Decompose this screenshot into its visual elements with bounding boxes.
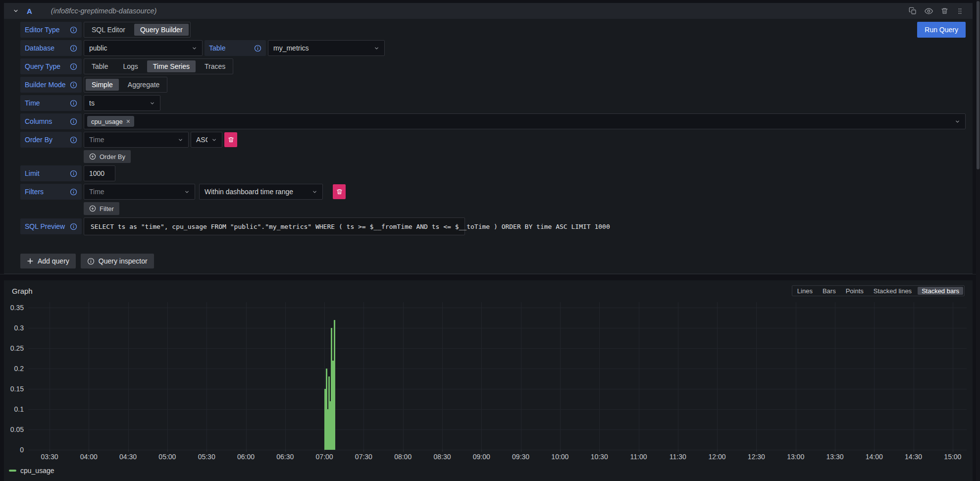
info-icon[interactable] xyxy=(70,223,77,230)
field-label-filters: Filters xyxy=(20,184,82,200)
option-bars[interactable]: Bars xyxy=(819,287,840,295)
x-axis-label: 09:30 xyxy=(505,453,537,461)
button-label: Filter xyxy=(100,205,114,213)
field-label-columns: Columns xyxy=(20,113,82,129)
x-gridline xyxy=(363,302,364,450)
query-ref-id: A xyxy=(27,7,32,15)
info-icon[interactable] xyxy=(70,170,77,177)
x-gridline xyxy=(246,302,247,450)
y-gridline xyxy=(28,450,967,450)
option-logs[interactable]: Logs xyxy=(117,60,144,72)
selected-value: ASC xyxy=(196,136,207,144)
x-axis-label: 12:30 xyxy=(740,453,772,461)
chevron-down-icon xyxy=(178,137,183,143)
duplicate-query-button[interactable] xyxy=(909,7,917,15)
remove-order-by-button[interactable] xyxy=(224,132,237,147)
graph-panel-title: Graph xyxy=(12,287,33,295)
x-axis-tick xyxy=(246,450,247,452)
info-icon[interactable] xyxy=(254,45,261,52)
label-text: SQL Preview xyxy=(25,222,65,230)
scrollbar-thumb[interactable] xyxy=(977,1,980,169)
x-axis-label: 13:00 xyxy=(780,453,812,461)
graph-legend[interactable]: cpu_usage xyxy=(9,467,54,475)
x-axis-label: 07:00 xyxy=(309,453,340,461)
query-inspector-button[interactable]: Query inspector xyxy=(81,254,154,268)
info-icon[interactable] xyxy=(70,100,77,107)
info-icon[interactable] xyxy=(70,188,77,196)
order-by-column-select[interactable]: Time xyxy=(84,132,189,148)
field-label-builder-mode: Builder Mode xyxy=(20,77,82,93)
x-axis-tick xyxy=(874,450,875,452)
info-icon[interactable] xyxy=(70,45,77,52)
x-gridline xyxy=(206,302,207,450)
eye-icon xyxy=(925,7,933,15)
query-row-header[interactable]: A (info8fcc-greptimedb-datasource) xyxy=(4,3,973,19)
option-stacked-lines[interactable]: Stacked lines xyxy=(870,287,916,295)
x-axis-tick xyxy=(363,450,364,452)
button-label: Query inspector xyxy=(99,257,148,265)
time-column-select[interactable]: ts xyxy=(84,95,160,111)
x-gridline xyxy=(835,302,835,450)
add-filter-button[interactable]: Filter xyxy=(84,202,119,215)
order-by-direction-select[interactable]: ASC xyxy=(191,132,222,148)
option-simple[interactable]: Simple xyxy=(86,79,119,91)
sql-preview-box: SELECT ts as "time", cpu_usage FROM "pub… xyxy=(84,217,465,235)
x-axis-label: 12:00 xyxy=(701,453,733,461)
option-stacked-bars[interactable]: Stacked bars xyxy=(918,287,963,295)
x-axis-tick xyxy=(560,450,561,452)
x-gridline xyxy=(953,302,953,450)
query-type-row: Query Type TableLogsTime SeriesTraces xyxy=(20,58,966,74)
x-gridline xyxy=(89,302,89,450)
x-axis-label: 08:00 xyxy=(387,453,419,461)
chevron-down-icon xyxy=(955,119,960,124)
add-order-by-button[interactable]: Order By xyxy=(84,150,131,163)
option-table[interactable]: Table xyxy=(86,60,114,72)
hide-response-button[interactable] xyxy=(925,7,933,15)
button-label: Add query xyxy=(38,257,69,265)
page-scrollbar[interactable] xyxy=(976,0,980,481)
chart-plot-area: 0.350.30.250.20.150.10.05003:3004:0004:3… xyxy=(28,302,967,450)
chip-label: cpu_usage xyxy=(91,118,123,125)
selected-value: ts xyxy=(89,99,146,107)
y-gridline xyxy=(28,308,967,308)
selected-value: public xyxy=(89,44,188,52)
table-select[interactable]: my_metrics xyxy=(268,40,385,56)
x-gridline xyxy=(560,302,561,450)
database-select[interactable]: public xyxy=(84,40,203,56)
limit-input[interactable] xyxy=(84,165,115,181)
query-type-group: TableLogsTime SeriesTraces xyxy=(84,58,233,74)
option-query-builder[interactable]: Query Builder xyxy=(134,24,189,36)
remove-filter-button[interactable] xyxy=(333,184,346,199)
option-traces[interactable]: Traces xyxy=(199,60,231,72)
info-icon[interactable] xyxy=(70,63,77,70)
circle-plus-icon xyxy=(89,153,96,160)
x-axis-tick xyxy=(678,450,678,452)
remove-column-icon[interactable]: × xyxy=(126,118,130,125)
filter-column-select[interactable]: Time xyxy=(84,184,195,200)
add-query-button[interactable]: Add query xyxy=(20,254,76,268)
info-icon[interactable] xyxy=(70,118,77,125)
x-gridline xyxy=(128,302,129,450)
filter-operator-select[interactable]: Within dashboard time range xyxy=(199,184,323,200)
x-axis-tick xyxy=(206,450,207,452)
option-sql-editor[interactable]: SQL Editor xyxy=(86,24,131,36)
y-axis-label: 0.3 xyxy=(0,324,24,332)
chevron-down-icon[interactable] xyxy=(13,8,19,14)
drag-handle[interactable] xyxy=(956,7,964,15)
query-header-actions xyxy=(909,7,964,15)
info-icon[interactable] xyxy=(70,26,77,34)
y-axis-label: 0.05 xyxy=(0,426,24,433)
option-aggregate[interactable]: Aggregate xyxy=(122,79,166,91)
x-axis-tick xyxy=(953,450,953,452)
columns-select[interactable]: cpu_usage × xyxy=(84,113,966,129)
option-time-series[interactable]: Time Series xyxy=(147,60,196,72)
info-icon[interactable] xyxy=(70,81,77,89)
option-points[interactable]: Points xyxy=(842,287,868,295)
column-chip[interactable]: cpu_usage × xyxy=(87,116,134,127)
option-lines[interactable]: Lines xyxy=(793,287,817,295)
delete-query-button[interactable] xyxy=(941,7,948,15)
field-label-database: Database xyxy=(20,40,82,56)
x-axis-label: 08:30 xyxy=(426,453,458,461)
legend-swatch xyxy=(9,470,16,472)
info-icon[interactable] xyxy=(70,136,77,144)
